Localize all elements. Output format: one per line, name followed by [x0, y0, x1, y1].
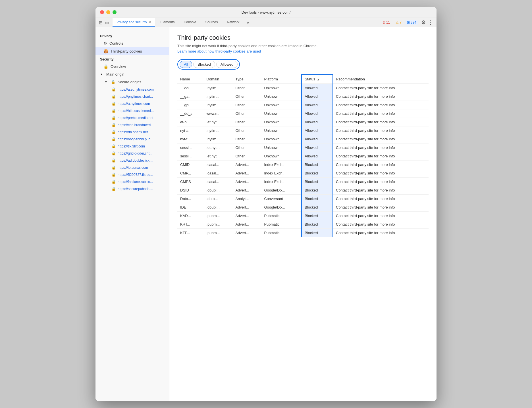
origin-item-5[interactable]: 🔒 https://cdn.brandmetri... — [105, 121, 169, 128]
more-tabs-icon[interactable]: » — [244, 18, 251, 27]
origin-item-10[interactable]: 🔒 https://ad.doubleclick.... — [105, 157, 169, 164]
table-row[interactable]: IDE .doubl... Advert... Google/Do... Blo… — [177, 203, 429, 212]
cell-status-6: Allowed — [302, 135, 333, 143]
col-header-domain[interactable]: Domain — [203, 74, 232, 84]
settings-icons: ⚙ ⋮ — [421, 19, 433, 26]
cell-platform-7: Unknown — [261, 143, 302, 152]
col-header-status[interactable]: Status ▲ — [302, 74, 333, 84]
cell-platform-6: Unknown — [261, 135, 302, 143]
lock-icon-3: 🔒 — [111, 109, 116, 113]
table-row[interactable]: et-p... .et.nyt... Other Unknown Allowed… — [177, 118, 429, 126]
cell-status-2: Allowed — [302, 101, 333, 109]
tab-privacy-security-label: Privacy and security — [117, 20, 147, 24]
more-options-icon[interactable]: ⋮ — [428, 19, 433, 26]
tab-sources[interactable]: Sources — [201, 18, 222, 27]
origin-item-0[interactable]: 🔒 https://a.et.nytimes.com — [105, 86, 169, 93]
cell-domain-9: .casal... — [203, 161, 232, 169]
warning-icon: ⚠ — [396, 20, 399, 24]
col-header-platform[interactable]: Platform — [261, 74, 302, 84]
table-row[interactable]: __eoi .nytim... Other Unknown Allowed Co… — [177, 84, 429, 92]
tab-bar: ⊞ ▭ Privacy and security ✕ Elements Cons… — [95, 18, 437, 27]
cell-recommendation-17: Contact third-party site for more info — [333, 229, 429, 237]
inspect-icon[interactable]: ⊞ — [99, 20, 103, 25]
lock-icon-11: 🔒 — [111, 165, 116, 170]
origin-item-14[interactable]: 🔒 https://securepubads.... — [105, 185, 169, 192]
origin-item-9[interactable]: 🔒 https://grid-bidder.crit... — [105, 150, 169, 157]
cell-status-3: Allowed — [302, 109, 333, 118]
table-row[interactable]: DSID .doubl... Advert... Google/Do... Bl… — [177, 186, 429, 195]
cell-recommendation-11: Contact third-party site for more info — [333, 178, 429, 186]
table-row[interactable]: CMID .casal... Advert... Index Exch... B… — [177, 161, 429, 169]
table-row[interactable]: CMPS .casal... Advert... Index Exch... B… — [177, 178, 429, 186]
origin-item-3[interactable]: 🔒 https://htlb.casalemed... — [105, 107, 169, 114]
filter-allowed-button[interactable]: Allowed — [216, 61, 238, 68]
tab-network[interactable]: Network — [223, 18, 243, 27]
cell-recommendation-14: Contact third-party site for more info — [333, 203, 429, 212]
table-row[interactable]: __dd_s www.n... Other Unknown Allowed Co… — [177, 109, 429, 118]
sidebar-item-controls[interactable]: ⚙ Controls — [95, 39, 169, 47]
table-row[interactable]: nyt-a .nytim... Other Unknown Allowed Co… — [177, 126, 429, 135]
cell-status-13: Blocked — [302, 195, 333, 203]
origin-item-13[interactable]: 🔒 https://fastlane.rubico... — [105, 178, 169, 185]
window-title: DevTools - www.nytimes.com/ — [242, 10, 291, 14]
col-header-recommendation[interactable]: Recommendation — [333, 74, 429, 84]
cell-name-8: sessi... — [177, 152, 203, 161]
cell-type-15: Advert... — [232, 212, 261, 220]
cell-type-5: Other — [232, 126, 261, 135]
table-row[interactable]: CMP... .casal... Advert... Index Exch...… — [177, 169, 429, 178]
sidebar-item-third-party[interactable]: 🍪 Third-party cookies — [95, 47, 169, 55]
origin-item-4[interactable]: 🔒 https://prebid.media.net — [105, 114, 169, 121]
device-icon[interactable]: ▭ — [105, 20, 109, 25]
cell-status-10: Blocked — [302, 169, 333, 178]
tab-elements-label: Elements — [160, 20, 174, 24]
tab-elements[interactable]: Elements — [156, 18, 178, 27]
sidebar-item-secure-origins[interactable]: ▼ 🔒 Secure origins — [100, 78, 169, 86]
sidebar-item-overview[interactable]: 🔒 Overview — [95, 63, 169, 70]
cell-type-17: Advert... — [232, 229, 261, 237]
origin-item-12[interactable]: 🔒 https://5290727.fls.do... — [105, 171, 169, 178]
table-row[interactable]: KTP... .pubm... Advert... Pubmatic Block… — [177, 229, 429, 237]
origin-item-11[interactable]: 🔒 https://ib.adnxs.com — [105, 164, 169, 171]
close-button[interactable] — [100, 10, 104, 14]
table-row[interactable]: Doto... .doto... Analyt... Conversant Bl… — [177, 195, 429, 203]
error-count-blue[interactable]: ⊠ 394 — [406, 20, 418, 25]
cell-name-1: __ga... — [177, 92, 203, 101]
col-header-type[interactable]: Type — [232, 74, 261, 84]
cell-type-6: Other — [232, 135, 261, 143]
cell-name-6: nyt-t... — [177, 135, 203, 143]
origin-item-2[interactable]: 🔒 https://a.nytimes.com — [105, 100, 169, 107]
filter-blocked-button[interactable]: Blocked — [193, 61, 215, 68]
table-row[interactable]: KRT... .pubm... Advert... Pubmatic Block… — [177, 220, 429, 229]
cell-type-10: Advert... — [232, 169, 261, 178]
cell-name-0: __eoi — [177, 84, 203, 92]
origin-item-6[interactable]: 🔒 https://rtb.openx.net — [105, 128, 169, 136]
lock-icon-secure: 🔒 — [111, 80, 115, 84]
table-row[interactable]: KAD... .pubm... Advert... Pubmatic Block… — [177, 212, 429, 220]
tab-privacy-security[interactable]: Privacy and security ✕ — [113, 18, 155, 27]
settings-icon[interactable]: ⚙ — [421, 19, 426, 26]
tab-console[interactable]: Console — [180, 18, 200, 27]
col-header-name[interactable]: Name — [177, 74, 203, 84]
minimize-button[interactable] — [106, 10, 110, 14]
cell-type-8: Other — [232, 152, 261, 161]
origin-item-8[interactable]: 🔒 https://tlx.3lift.com — [105, 143, 169, 150]
cell-platform-4: Unknown — [261, 118, 302, 126]
error-count-red[interactable]: ⊗ 11 — [381, 20, 392, 25]
table-row[interactable]: __ga... .nytim... Other Unknown Allowed … — [177, 92, 429, 101]
table-row[interactable]: sessi... .et.nyt... Other Unknown Allowe… — [177, 143, 429, 152]
error-count-yellow[interactable]: ⚠ 7 — [394, 20, 403, 25]
info-icon: ⊠ — [407, 20, 410, 24]
cell-domain-7: .et.nyt... — [203, 143, 232, 152]
table-row[interactable]: __gpi .nytim... Other Unknown Allowed Co… — [177, 101, 429, 109]
cell-recommendation-3: Contact third-party site for more info — [333, 109, 429, 118]
origin-item-7[interactable]: 🔒 https://hbopenbid.pub... — [105, 136, 169, 143]
maximize-button[interactable] — [113, 10, 117, 14]
table-row[interactable]: sessi... .et.nyt... Other Unknown Allowe… — [177, 152, 429, 161]
learn-more-link[interactable]: Learn more about how third-party cookies… — [177, 49, 429, 53]
tab-close-icon[interactable]: ✕ — [149, 20, 151, 24]
error-icon: ⊗ — [383, 20, 385, 24]
sidebar-item-main-origin[interactable]: ▼ Main origin — [95, 70, 169, 78]
table-row[interactable]: nyt-t... .nytim... Other Unknown Allowed… — [177, 135, 429, 143]
origin-item-1[interactable]: 🔒 https://pnytimes.chart... — [105, 93, 169, 100]
filter-all-button[interactable]: All — [180, 61, 192, 68]
